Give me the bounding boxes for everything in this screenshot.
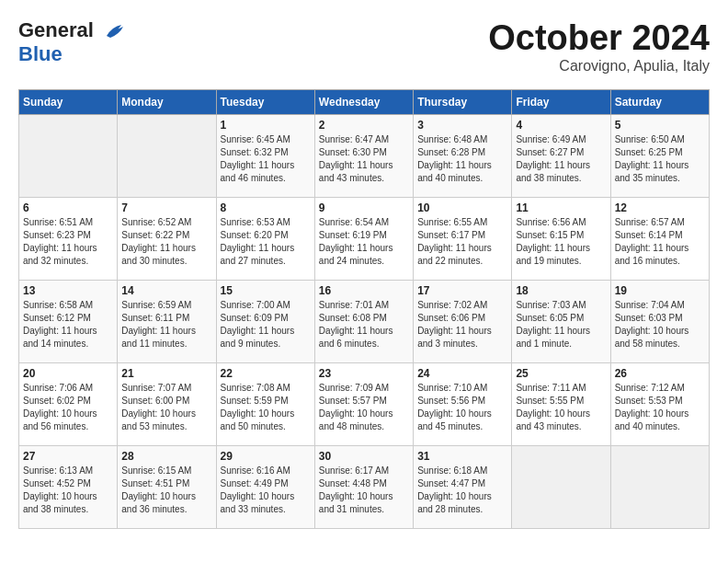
day-info: Sunrise: 7:01 AM Sunset: 6:08 PM Dayligh…: [319, 299, 409, 350]
day-info: Sunrise: 6:16 AM Sunset: 4:49 PM Dayligh…: [221, 465, 311, 516]
day-info: Sunrise: 6:56 AM Sunset: 6:15 PM Dayligh…: [516, 216, 606, 268]
day-number: 17: [417, 284, 507, 297]
day-info: Sunrise: 6:55 AM Sunset: 6:17 PM Dayligh…: [417, 216, 507, 268]
day-number: 7: [121, 201, 211, 214]
day-info: Sunrise: 6:52 AM Sunset: 6:22 PM Dayligh…: [121, 216, 211, 268]
calendar-day-cell: 17Sunrise: 7:02 AM Sunset: 6:06 PM Dayli…: [414, 281, 512, 363]
calendar-day-cell: 23Sunrise: 7:09 AM Sunset: 5:57 PM Dayli…: [314, 363, 413, 446]
day-info: Sunrise: 7:10 AM Sunset: 5:56 PM Dayligh…: [417, 382, 507, 433]
day-number: 29: [221, 450, 311, 463]
header-day-wednesday: Wednesday: [314, 90, 413, 115]
calendar-day-cell: 13Sunrise: 6:58 AM Sunset: 6:12 PM Dayli…: [19, 281, 118, 363]
logo: General Blue: [18, 18, 127, 66]
day-info: Sunrise: 6:15 AM Sunset: 4:51 PM Dayligh…: [121, 465, 211, 516]
calendar-day-cell: 10Sunrise: 6:55 AM Sunset: 6:17 PM Dayli…: [414, 198, 512, 281]
calendar-week-row: 1Sunrise: 6:45 AM Sunset: 6:32 PM Daylig…: [19, 115, 710, 198]
day-number: 26: [615, 367, 705, 380]
calendar-day-cell: 18Sunrise: 7:03 AM Sunset: 6:05 PM Dayli…: [512, 281, 610, 363]
header-day-thursday: Thursday: [414, 90, 512, 115]
calendar-week-row: 20Sunrise: 7:06 AM Sunset: 6:02 PM Dayli…: [19, 363, 710, 446]
day-number: 10: [417, 201, 507, 214]
day-number: 21: [121, 367, 211, 380]
day-number: 3: [417, 119, 507, 132]
day-number: 4: [516, 119, 606, 132]
day-info: Sunrise: 7:03 AM Sunset: 6:05 PM Dayligh…: [516, 299, 606, 350]
day-number: 22: [221, 367, 311, 380]
calendar-day-cell: 3Sunrise: 6:48 AM Sunset: 6:28 PM Daylig…: [414, 115, 512, 198]
day-number: 12: [615, 201, 705, 214]
calendar-day-cell: 28Sunrise: 6:15 AM Sunset: 4:51 PM Dayli…: [118, 446, 216, 529]
calendar-day-cell: 8Sunrise: 6:53 AM Sunset: 6:20 PM Daylig…: [216, 198, 314, 281]
day-info: Sunrise: 6:49 AM Sunset: 6:27 PM Dayligh…: [516, 133, 606, 185]
day-number: 25: [516, 367, 606, 380]
calendar-day-cell: 27Sunrise: 6:13 AM Sunset: 4:52 PM Dayli…: [19, 446, 118, 529]
day-number: 13: [23, 284, 113, 297]
calendar-day-cell: 2Sunrise: 6:47 AM Sunset: 6:30 PM Daylig…: [314, 115, 413, 198]
day-info: Sunrise: 6:54 AM Sunset: 6:19 PM Dayligh…: [319, 216, 409, 268]
calendar-day-cell: 15Sunrise: 7:00 AM Sunset: 6:09 PM Dayli…: [216, 281, 314, 363]
day-number: 14: [121, 284, 211, 297]
calendar-day-cell: 26Sunrise: 7:12 AM Sunset: 5:53 PM Dayli…: [610, 363, 709, 446]
day-info: Sunrise: 6:45 AM Sunset: 6:32 PM Dayligh…: [221, 133, 311, 185]
calendar-day-cell: [19, 115, 118, 198]
day-info: Sunrise: 6:53 AM Sunset: 6:20 PM Dayligh…: [221, 216, 311, 268]
calendar-day-cell: 22Sunrise: 7:08 AM Sunset: 5:59 PM Dayli…: [216, 363, 314, 446]
calendar-day-cell: 14Sunrise: 6:59 AM Sunset: 6:11 PM Dayli…: [118, 281, 216, 363]
calendar-week-row: 6Sunrise: 6:51 AM Sunset: 6:23 PM Daylig…: [19, 198, 710, 281]
header-day-monday: Monday: [118, 90, 216, 115]
day-info: Sunrise: 6:57 AM Sunset: 6:14 PM Dayligh…: [615, 216, 705, 268]
day-number: 19: [615, 284, 705, 297]
day-info: Sunrise: 6:13 AM Sunset: 4:52 PM Dayligh…: [23, 465, 113, 516]
day-number: 30: [319, 450, 409, 463]
day-info: Sunrise: 7:08 AM Sunset: 5:59 PM Dayligh…: [221, 382, 311, 433]
day-number: 16: [319, 284, 409, 297]
day-info: Sunrise: 6:58 AM Sunset: 6:12 PM Dayligh…: [23, 299, 113, 350]
day-info: Sunrise: 6:59 AM Sunset: 6:11 PM Dayligh…: [121, 299, 211, 350]
header-day-saturday: Saturday: [610, 90, 709, 115]
location-subtitle: Carovigno, Apulia, Italy: [488, 58, 710, 75]
calendar-day-cell: 24Sunrise: 7:10 AM Sunset: 5:56 PM Dayli…: [414, 363, 512, 446]
page-header: General Blue October 2024 Carovigno, Apu…: [18, 18, 710, 75]
calendar-day-cell: 4Sunrise: 6:49 AM Sunset: 6:27 PM Daylig…: [512, 115, 610, 198]
calendar-day-cell: [610, 446, 709, 529]
day-number: 2: [319, 119, 409, 132]
calendar-header-row: SundayMondayTuesdayWednesdayThursdayFrid…: [19, 90, 710, 115]
day-info: Sunrise: 6:47 AM Sunset: 6:30 PM Dayligh…: [319, 133, 409, 185]
day-number: 8: [221, 201, 311, 214]
calendar-week-row: 13Sunrise: 6:58 AM Sunset: 6:12 PM Dayli…: [19, 281, 710, 363]
day-number: 24: [417, 367, 507, 380]
day-number: 15: [221, 284, 311, 297]
calendar-day-cell: 12Sunrise: 6:57 AM Sunset: 6:14 PM Dayli…: [610, 198, 709, 281]
day-info: Sunrise: 6:17 AM Sunset: 4:48 PM Dayligh…: [319, 465, 409, 516]
calendar-day-cell: [118, 115, 216, 198]
calendar-day-cell: 29Sunrise: 6:16 AM Sunset: 4:49 PM Dayli…: [216, 446, 314, 529]
day-info: Sunrise: 6:50 AM Sunset: 6:25 PM Dayligh…: [615, 133, 705, 185]
day-info: Sunrise: 7:12 AM Sunset: 5:53 PM Dayligh…: [615, 382, 705, 433]
calendar-week-row: 27Sunrise: 6:13 AM Sunset: 4:52 PM Dayli…: [19, 446, 710, 529]
day-info: Sunrise: 7:07 AM Sunset: 6:00 PM Dayligh…: [121, 382, 211, 433]
day-info: Sunrise: 7:11 AM Sunset: 5:55 PM Dayligh…: [516, 382, 606, 433]
calendar-day-cell: 5Sunrise: 6:50 AM Sunset: 6:25 PM Daylig…: [610, 115, 709, 198]
day-info: Sunrise: 6:48 AM Sunset: 6:28 PM Dayligh…: [417, 133, 507, 185]
calendar-day-cell: 21Sunrise: 7:07 AM Sunset: 6:00 PM Dayli…: [118, 363, 216, 446]
day-number: 18: [516, 284, 606, 297]
calendar-day-cell: 6Sunrise: 6:51 AM Sunset: 6:23 PM Daylig…: [19, 198, 118, 281]
day-info: Sunrise: 7:00 AM Sunset: 6:09 PM Dayligh…: [221, 299, 311, 350]
calendar-day-cell: 31Sunrise: 6:18 AM Sunset: 4:47 PM Dayli…: [414, 446, 512, 529]
day-number: 1: [221, 119, 311, 132]
day-number: 23: [319, 367, 409, 380]
day-info: Sunrise: 7:06 AM Sunset: 6:02 PM Dayligh…: [23, 382, 113, 433]
calendar-day-cell: 9Sunrise: 6:54 AM Sunset: 6:19 PM Daylig…: [314, 198, 413, 281]
day-info: Sunrise: 6:51 AM Sunset: 6:23 PM Dayligh…: [23, 216, 113, 268]
day-info: Sunrise: 7:04 AM Sunset: 6:03 PM Dayligh…: [615, 299, 705, 350]
day-number: 27: [23, 450, 113, 463]
header-day-tuesday: Tuesday: [216, 90, 314, 115]
day-info: Sunrise: 6:18 AM Sunset: 4:47 PM Dayligh…: [417, 465, 507, 516]
calendar-table: SundayMondayTuesdayWednesdayThursdayFrid…: [18, 89, 710, 529]
title-block: October 2024 Carovigno, Apulia, Italy: [488, 18, 710, 75]
header-day-sunday: Sunday: [19, 90, 118, 115]
calendar-day-cell: [512, 446, 610, 529]
day-number: 28: [121, 450, 211, 463]
day-info: Sunrise: 7:09 AM Sunset: 5:57 PM Dayligh…: [319, 382, 409, 433]
calendar-day-cell: 25Sunrise: 7:11 AM Sunset: 5:55 PM Dayli…: [512, 363, 610, 446]
